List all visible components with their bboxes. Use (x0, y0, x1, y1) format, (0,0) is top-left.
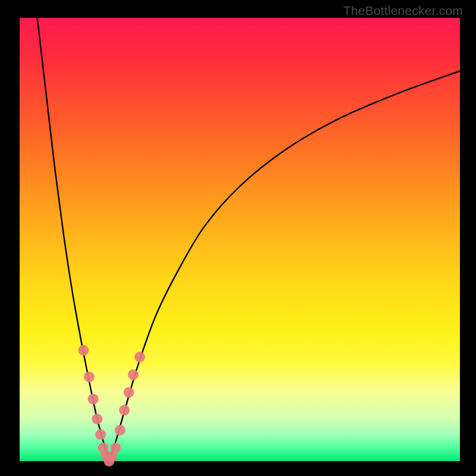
watermark-label: TheBottlenecker.com (343, 4, 463, 18)
chart-frame: TheBottlenecker.com (0, 0, 476, 476)
plot-area (20, 18, 460, 461)
